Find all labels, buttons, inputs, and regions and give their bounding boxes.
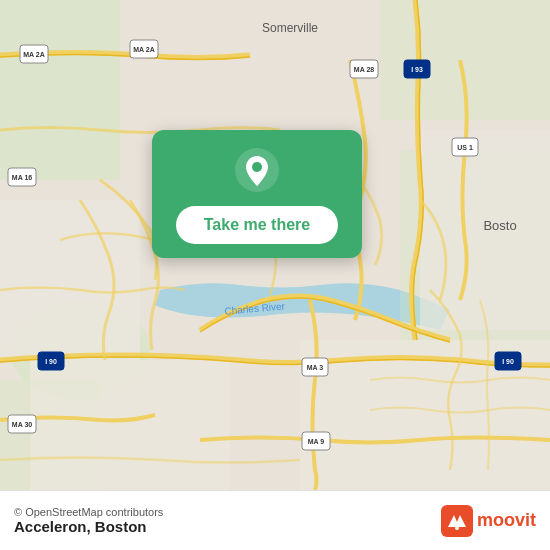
map-attribution: © OpenStreetMap contributors: [14, 506, 163, 518]
svg-point-38: [455, 526, 459, 530]
svg-text:MA 30: MA 30: [12, 421, 32, 428]
svg-text:Bosto: Bosto: [483, 218, 516, 233]
moovit-brand-icon: [441, 505, 473, 537]
svg-text:US 1: US 1: [457, 144, 473, 151]
svg-text:MA 16: MA 16: [12, 174, 32, 181]
bottom-bar: © OpenStreetMap contributors Acceleron, …: [0, 490, 550, 550]
svg-rect-37: [441, 505, 473, 537]
svg-text:MA 3: MA 3: [307, 364, 324, 371]
map-view: MA 2A MA 2A MA 16 I 93 US 1 MA 28 I 90 M…: [0, 0, 550, 490]
svg-rect-7: [30, 360, 230, 490]
svg-rect-6: [0, 200, 140, 360]
location-popup: Take me there: [152, 130, 362, 258]
location-info: © OpenStreetMap contributors Acceleron, …: [14, 506, 163, 535]
svg-rect-1: [0, 0, 120, 180]
moovit-logo: moovit: [441, 505, 536, 537]
svg-text:MA 2A: MA 2A: [23, 51, 45, 58]
svg-text:MA 28: MA 28: [354, 66, 374, 73]
svg-text:Somerville: Somerville: [262, 21, 318, 35]
svg-text:I 90: I 90: [45, 358, 57, 365]
take-me-there-button[interactable]: Take me there: [176, 206, 338, 244]
svg-text:MA 9: MA 9: [308, 438, 325, 445]
svg-text:I 93: I 93: [411, 66, 423, 73]
location-name: Acceleron, Boston: [14, 518, 163, 535]
svg-text:MA 2A: MA 2A: [133, 46, 155, 53]
moovit-text: moovit: [477, 510, 536, 531]
location-pin-icon: [235, 148, 279, 192]
svg-text:I 90: I 90: [502, 358, 514, 365]
svg-point-36: [252, 162, 262, 172]
